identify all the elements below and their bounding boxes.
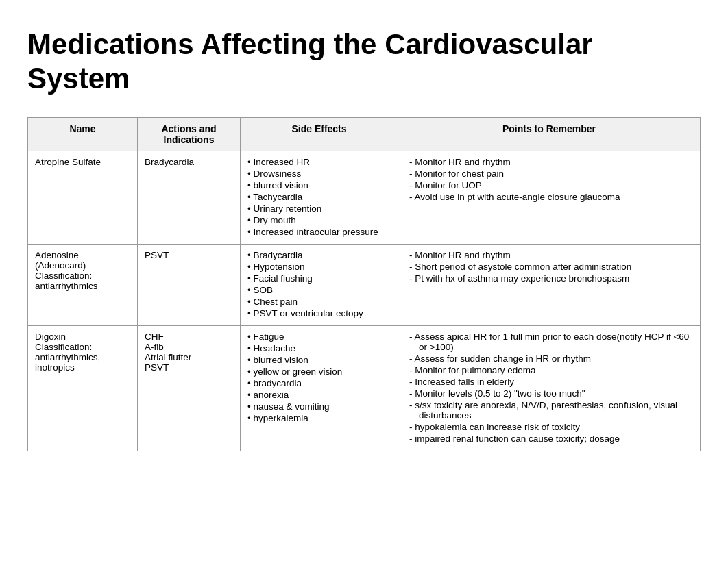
table-row: Adenosine (Adenocard) Classification: an… [28,244,701,325]
side-effect-item: Bradycardia [247,250,391,260]
side-effect-item: Tachycardia [247,192,391,202]
point-item: Increased falls in elderly [405,377,693,387]
medications-table: Name Actions and Indications Side Effect… [27,117,701,451]
header-points: Points to Remember [398,117,701,151]
side-effect-item: bradycardia [247,378,391,388]
point-item: hypokalemia can increase risk of toxicit… [405,422,693,432]
header-side-effects: Side Effects [241,117,398,151]
point-item: Short period of asystole common after ad… [405,262,693,272]
side-effect-item: yellow or green vision [247,366,391,377]
side-effect-item: hyperkalemia [247,413,391,423]
point-item: Avoid use in pt with acute-angle closure… [405,192,693,202]
side-effect-item: Hypotension [247,262,391,272]
cell-name: Atropine Sulfate [28,151,138,244]
cell-points: Monitor HR and rhythmMonitor for chest p… [398,151,701,244]
header-name: Name [28,117,138,151]
side-effect-item: Increased intraocular pressure [247,227,391,237]
side-effect-item: PSVT or ventricular ectopy [247,308,391,318]
side-effect-item: Dry mouth [247,215,391,225]
point-item: impaired renal function can cause toxici… [405,434,693,444]
side-effect-item: SOB [247,285,391,295]
point-item: Monitor HR and rhythm [405,157,693,167]
side-effect-item: nausea & vomiting [247,401,391,412]
point-item: Monitor HR and rhythm [405,250,693,260]
side-effect-item: anorexia [247,390,391,400]
header-actions: Actions and Indications [138,117,241,151]
point-item: s/sx toxicity are anorexia, N/V/D, pares… [405,400,693,421]
point-item: Monitor for chest pain [405,168,693,179]
side-effect-item: Chest pain [247,297,391,307]
side-effect-item: Headache [247,343,391,353]
side-effect-item: blurred vision [247,355,391,365]
side-effect-item: Drowsiness [247,168,391,179]
cell-actions: Bradycardia [138,151,241,244]
point-item: Monitor levels (0.5 to 2) "two is too mu… [405,388,693,399]
cell-name: Adenosine (Adenocard) Classification: an… [28,244,138,325]
point-item: Monitor for UOP [405,180,693,190]
point-item: Monitor for pulmonary edema [405,365,693,375]
table-row: Atropine SulfateBradycardiaIncreased HRD… [28,151,701,244]
point-item: Pt with hx of asthma may experience bron… [405,273,693,284]
point-item: Assess apical HR for 1 full min prior to… [405,331,693,352]
side-effect-item: Increased HR [247,157,391,167]
cell-points: Assess apical HR for 1 full min prior to… [398,325,701,451]
side-effect-item: Fatigue [247,331,391,342]
point-item: Assess for sudden change in HR or rhythm [405,353,693,364]
page-title: Medications Affecting the Cardiovascular… [27,27,701,97]
side-effect-item: Urinary retention [247,203,391,214]
cell-side-effects: FatigueHeadacheblurred visionyellow or g… [241,325,398,451]
cell-actions: PSVT [138,244,241,325]
cell-name: Digoxin Classification: antiarrhythmics,… [28,325,138,451]
cell-points: Monitor HR and rhythmShort period of asy… [398,244,701,325]
table-row: Digoxin Classification: antiarrhythmics,… [28,325,701,451]
cell-side-effects: BradycardiaHypotension Facial flushingSO… [241,244,398,325]
side-effect-item: blurred vision [247,180,391,190]
cell-side-effects: Increased HRDrowsiness blurred visionTac… [241,151,398,244]
cell-actions: CHF A-fib Atrial flutter PSVT [138,325,241,451]
side-effect-item: Facial flushing [247,273,391,284]
